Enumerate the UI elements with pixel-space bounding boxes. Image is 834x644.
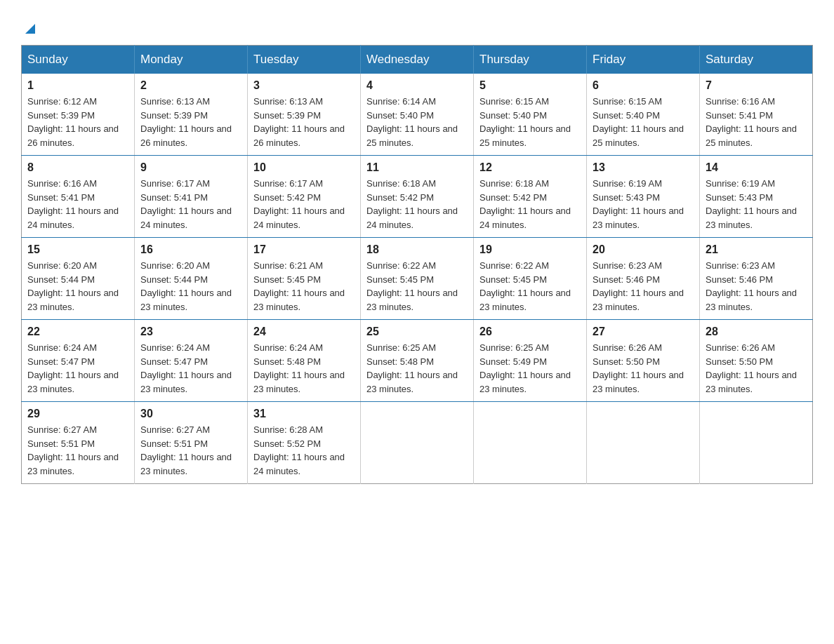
day-number: 1 xyxy=(27,79,128,92)
day-info: Sunrise: 6:18 AMSunset: 5:42 PMDaylight:… xyxy=(479,177,581,232)
day-number: 12 xyxy=(479,161,581,174)
calendar-cell: 1 Sunrise: 6:12 AMSunset: 5:39 PMDayligh… xyxy=(22,74,135,156)
calendar-cell: 2 Sunrise: 6:13 AMSunset: 5:39 PMDayligh… xyxy=(135,74,248,156)
day-info: Sunrise: 6:24 AMSunset: 5:47 PMDaylight:… xyxy=(140,341,241,396)
calendar-cell: 11 Sunrise: 6:18 AMSunset: 5:42 PMDaylig… xyxy=(361,156,474,238)
day-number: 28 xyxy=(706,326,807,338)
col-header-wednesday: Wednesday xyxy=(361,46,474,74)
calendar-cell: 27 Sunrise: 6:26 AMSunset: 5:50 PMDaylig… xyxy=(587,320,700,402)
calendar-cell: 14 Sunrise: 6:19 AMSunset: 5:43 PMDaylig… xyxy=(700,156,813,238)
calendar-header-row: SundayMondayTuesdayWednesdayThursdayFrid… xyxy=(22,46,813,74)
calendar-cell: 7 Sunrise: 6:16 AMSunset: 5:41 PMDayligh… xyxy=(700,74,813,156)
calendar-cell: 9 Sunrise: 6:17 AMSunset: 5:41 PMDayligh… xyxy=(135,156,248,238)
calendar-cell: 30 Sunrise: 6:27 AMSunset: 5:51 PMDaylig… xyxy=(135,402,248,484)
day-info: Sunrise: 6:26 AMSunset: 5:50 PMDaylight:… xyxy=(593,341,694,396)
day-info: Sunrise: 6:23 AMSunset: 5:46 PMDaylight:… xyxy=(593,259,694,314)
calendar-cell xyxy=(700,402,813,484)
calendar-week-row: 22 Sunrise: 6:24 AMSunset: 5:47 PMDaylig… xyxy=(22,320,813,402)
calendar-cell: 3 Sunrise: 6:13 AMSunset: 5:39 PMDayligh… xyxy=(248,74,361,156)
day-number: 3 xyxy=(253,79,355,92)
day-info: Sunrise: 6:26 AMSunset: 5:50 PMDaylight:… xyxy=(706,341,807,396)
day-info: Sunrise: 6:24 AMSunset: 5:48 PMDaylight:… xyxy=(253,341,355,396)
calendar-cell: 10 Sunrise: 6:17 AMSunset: 5:42 PMDaylig… xyxy=(248,156,361,238)
day-number: 2 xyxy=(140,79,241,92)
day-number: 31 xyxy=(253,408,355,420)
day-info: Sunrise: 6:17 AMSunset: 5:41 PMDaylight:… xyxy=(140,177,241,232)
calendar-cell: 12 Sunrise: 6:18 AMSunset: 5:42 PMDaylig… xyxy=(474,156,587,238)
day-info: Sunrise: 6:19 AMSunset: 5:43 PMDaylight:… xyxy=(593,177,694,232)
calendar-week-row: 8 Sunrise: 6:16 AMSunset: 5:41 PMDayligh… xyxy=(22,156,813,238)
page-header xyxy=(21,21,813,31)
day-number: 7 xyxy=(706,79,807,92)
calendar-cell: 29 Sunrise: 6:27 AMSunset: 5:51 PMDaylig… xyxy=(22,402,135,484)
calendar-cell: 8 Sunrise: 6:16 AMSunset: 5:41 PMDayligh… xyxy=(22,156,135,238)
calendar-cell: 4 Sunrise: 6:14 AMSunset: 5:40 PMDayligh… xyxy=(361,74,474,156)
col-header-friday: Friday xyxy=(587,46,700,74)
col-header-saturday: Saturday xyxy=(700,46,813,74)
calendar-cell: 13 Sunrise: 6:19 AMSunset: 5:43 PMDaylig… xyxy=(587,156,700,238)
day-info: Sunrise: 6:17 AMSunset: 5:42 PMDaylight:… xyxy=(253,177,355,232)
day-number: 22 xyxy=(27,326,128,338)
calendar-cell: 16 Sunrise: 6:20 AMSunset: 5:44 PMDaylig… xyxy=(135,238,248,320)
calendar-cell: 25 Sunrise: 6:25 AMSunset: 5:48 PMDaylig… xyxy=(361,320,474,402)
day-number: 24 xyxy=(253,326,355,338)
calendar-cell: 20 Sunrise: 6:23 AMSunset: 5:46 PMDaylig… xyxy=(587,238,700,320)
day-number: 4 xyxy=(366,79,468,92)
day-number: 25 xyxy=(366,326,468,338)
day-info: Sunrise: 6:25 AMSunset: 5:49 PMDaylight:… xyxy=(479,341,581,396)
day-info: Sunrise: 6:12 AMSunset: 5:39 PMDaylight:… xyxy=(27,95,128,149)
day-number: 15 xyxy=(27,243,128,256)
calendar-cell xyxy=(587,402,700,484)
day-info: Sunrise: 6:27 AMSunset: 5:51 PMDaylight:… xyxy=(140,423,241,478)
day-number: 5 xyxy=(479,79,581,92)
day-info: Sunrise: 6:22 AMSunset: 5:45 PMDaylight:… xyxy=(479,259,581,314)
day-number: 29 xyxy=(27,408,128,420)
calendar-cell: 18 Sunrise: 6:22 AMSunset: 5:45 PMDaylig… xyxy=(361,238,474,320)
day-number: 26 xyxy=(479,326,581,338)
day-number: 14 xyxy=(706,161,807,174)
calendar-cell xyxy=(474,402,587,484)
day-number: 10 xyxy=(253,161,355,174)
day-number: 11 xyxy=(366,161,468,174)
day-info: Sunrise: 6:25 AMSunset: 5:48 PMDaylight:… xyxy=(366,341,468,396)
day-number: 21 xyxy=(706,243,807,256)
calendar-week-row: 15 Sunrise: 6:20 AMSunset: 5:44 PMDaylig… xyxy=(22,238,813,320)
day-info: Sunrise: 6:13 AMSunset: 5:39 PMDaylight:… xyxy=(253,95,355,149)
logo-triangle-icon xyxy=(22,21,38,36)
calendar-week-row: 29 Sunrise: 6:27 AMSunset: 5:51 PMDaylig… xyxy=(22,402,813,484)
day-info: Sunrise: 6:15 AMSunset: 5:40 PMDaylight:… xyxy=(479,95,581,149)
calendar-cell: 17 Sunrise: 6:21 AMSunset: 5:45 PMDaylig… xyxy=(248,238,361,320)
svg-marker-0 xyxy=(25,24,35,34)
calendar-cell: 21 Sunrise: 6:23 AMSunset: 5:46 PMDaylig… xyxy=(700,238,813,320)
col-header-sunday: Sunday xyxy=(22,46,135,74)
day-info: Sunrise: 6:20 AMSunset: 5:44 PMDaylight:… xyxy=(140,259,241,314)
calendar-cell: 15 Sunrise: 6:20 AMSunset: 5:44 PMDaylig… xyxy=(22,238,135,320)
calendar-week-row: 1 Sunrise: 6:12 AMSunset: 5:39 PMDayligh… xyxy=(22,74,813,156)
day-number: 9 xyxy=(140,161,241,174)
calendar-cell xyxy=(361,402,474,484)
day-info: Sunrise: 6:15 AMSunset: 5:40 PMDaylight:… xyxy=(593,95,694,149)
col-header-monday: Monday xyxy=(135,46,248,74)
day-number: 27 xyxy=(593,326,694,338)
calendar-cell: 19 Sunrise: 6:22 AMSunset: 5:45 PMDaylig… xyxy=(474,238,587,320)
day-info: Sunrise: 6:16 AMSunset: 5:41 PMDaylight:… xyxy=(27,177,128,232)
day-info: Sunrise: 6:23 AMSunset: 5:46 PMDaylight:… xyxy=(706,259,807,314)
calendar-cell: 6 Sunrise: 6:15 AMSunset: 5:40 PMDayligh… xyxy=(587,74,700,156)
day-info: Sunrise: 6:28 AMSunset: 5:52 PMDaylight:… xyxy=(253,423,355,478)
day-number: 17 xyxy=(253,243,355,256)
day-number: 13 xyxy=(593,161,694,174)
day-number: 23 xyxy=(140,326,241,338)
day-info: Sunrise: 6:24 AMSunset: 5:47 PMDaylight:… xyxy=(27,341,128,396)
day-number: 30 xyxy=(140,408,241,420)
day-number: 8 xyxy=(27,161,128,174)
calendar-cell: 31 Sunrise: 6:28 AMSunset: 5:52 PMDaylig… xyxy=(248,402,361,484)
calendar-cell: 22 Sunrise: 6:24 AMSunset: 5:47 PMDaylig… xyxy=(22,320,135,402)
calendar-table: SundayMondayTuesdayWednesdayThursdayFrid… xyxy=(21,45,813,484)
col-header-tuesday: Tuesday xyxy=(248,46,361,74)
day-number: 6 xyxy=(593,79,694,92)
day-number: 20 xyxy=(593,243,694,256)
day-info: Sunrise: 6:21 AMSunset: 5:45 PMDaylight:… xyxy=(253,259,355,314)
day-number: 16 xyxy=(140,243,241,256)
calendar-cell: 5 Sunrise: 6:15 AMSunset: 5:40 PMDayligh… xyxy=(474,74,587,156)
day-info: Sunrise: 6:22 AMSunset: 5:45 PMDaylight:… xyxy=(366,259,468,314)
